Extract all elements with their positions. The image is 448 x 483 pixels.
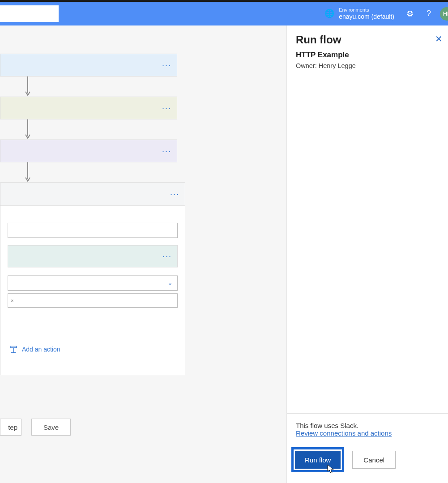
flow-step-action-1[interactable]: ··· (0, 97, 177, 119)
step-menu-icon[interactable]: ··· (162, 61, 171, 69)
panel-header: Run flow ✕ HTTP Example Owner: Henry Leg… (287, 25, 448, 69)
globe-icon: 🌐 (324, 8, 334, 18)
flow-step-action-2[interactable]: ··· (0, 140, 177, 162)
flow-name: HTTP Example (296, 51, 439, 59)
new-step-label: tep (8, 424, 17, 431)
avatar-initials: HL (443, 10, 448, 17)
review-connections-link[interactable]: Review connections and actions (296, 429, 392, 437)
step-menu-icon[interactable]: ··· (162, 147, 171, 155)
close-icon: ✕ (435, 34, 443, 44)
step-menu-icon[interactable]: ··· (162, 252, 172, 260)
run-flow-panel: Run flow ✕ HTTP Example Owner: Henry Leg… (286, 25, 448, 483)
add-action-icon (9, 345, 17, 353)
flow-step-trigger[interactable]: ··· (0, 54, 177, 76)
run-flow-label: Run flow (305, 456, 331, 464)
environment-picker[interactable]: 🌐 Environments enayu.com (default) (324, 7, 394, 20)
save-label: Save (43, 424, 59, 431)
step-menu-icon[interactable]: ··· (170, 190, 179, 198)
dropdown-select[interactable]: ⌄ (8, 275, 178, 291)
user-avatar[interactable]: HL (440, 7, 448, 21)
tutorial-highlight: Run flow (291, 447, 344, 472)
text-input[interactable] (8, 223, 178, 238)
panel-actions: Run flow Cancel (287, 443, 448, 483)
add-action-button[interactable]: Add an action (9, 345, 178, 353)
connector-arrow (25, 162, 30, 182)
panel-title: Run flow (296, 34, 439, 46)
add-action-label: Add an action (22, 346, 60, 353)
environment-label: Environments (339, 7, 394, 13)
question-icon: ? (427, 9, 431, 18)
nested-action-card[interactable]: ··· (8, 245, 178, 267)
panel-info: This flow uses Slack. Review connections… (287, 413, 448, 443)
cancel-button[interactable]: Cancel (352, 451, 396, 469)
gear-icon: ⚙ (406, 9, 414, 19)
app-header: 🌐 Environments enayu.com (default) ⚙ ? H… (0, 2, 448, 25)
connector-arrow (25, 119, 30, 140)
step-menu-icon[interactable]: ··· (162, 104, 171, 112)
flow-owner: Owner: Henry Legge (296, 62, 439, 69)
chip-remove-icon[interactable]: × (11, 298, 13, 303)
close-panel-button[interactable]: ✕ (435, 34, 443, 44)
chevron-down-icon: ⌄ (167, 279, 173, 286)
token-input[interactable]: × (8, 293, 178, 308)
save-button[interactable]: Save (31, 419, 71, 436)
cancel-label: Cancel (363, 456, 384, 464)
flow-step-expanded: ··· ··· ⌄ × Add an action (0, 182, 185, 375)
settings-button[interactable]: ⚙ (401, 2, 419, 25)
flow-step-expanded-body: ··· ⌄ × Add an action (0, 206, 185, 375)
canvas-footer-buttons: tep Save (0, 419, 71, 436)
run-flow-button[interactable]: Run flow (295, 451, 341, 469)
flow-step-expanded-header[interactable]: ··· (0, 183, 185, 206)
help-button[interactable]: ? (419, 2, 438, 25)
environment-value: enayu.com (default) (339, 13, 394, 20)
svg-rect-3 (10, 346, 17, 348)
flow-uses-text: This flow uses Slack. (296, 422, 439, 429)
panel-body (287, 69, 448, 413)
new-step-button[interactable]: tep (0, 419, 21, 436)
connector-arrow (25, 76, 30, 97)
environment-text: Environments enayu.com (default) (339, 7, 394, 20)
search-input[interactable] (0, 5, 59, 22)
